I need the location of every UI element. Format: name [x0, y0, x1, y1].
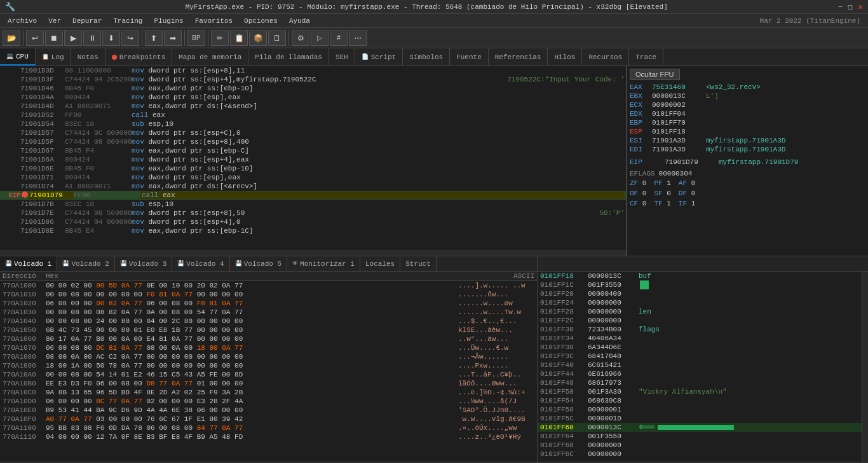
disasm-row[interactable]: 71901D57 C74424 0C 00000000 mov dword pt…: [0, 128, 626, 137]
dump-row[interactable]: 770A10D006 00 00 00 BC 77 0A 77 02 00 00…: [0, 397, 537, 406]
dump-tab-struct[interactable]: Struct: [400, 256, 437, 271]
dump-content[interactable]: 770A100000 00 02 00 90 5D 0A 77 0E 00 10…: [0, 281, 537, 462]
disasm-row[interactable]: 71901D7B 83EC 10 sub esp,10: [0, 200, 626, 209]
dump-row[interactable]: 770A10A000 00 08 00 54 14 01 E2 46 15 C5…: [0, 370, 537, 379]
minimize-button[interactable]: –: [838, 2, 843, 12]
disasm-row[interactable]: 71901D5F C74424 08 00040000 mov dword pt…: [0, 137, 626, 146]
stack-row[interactable]: 0101FF446E616966: [538, 370, 862, 378]
disasm-row[interactable]: 71901D52 FFD0 call eax: [0, 111, 626, 120]
disasm-panel[interactable]: 71901D3D 08 11000000 mov dword ptr ss:[e…: [0, 66, 626, 251]
dump-row[interactable]: 770A110095 BB 83 08 F6 0D DA 78 06 00 08…: [0, 424, 537, 432]
tab-script[interactable]: 📄 Script: [355, 48, 403, 66]
dump-row[interactable]: 770A10C09A 8B 13 65 96 5D BD 4F 8E 2D A2…: [0, 388, 537, 397]
dump-tab-5[interactable]: 💾 Volcado 5: [230, 256, 287, 271]
disasm-eip-row[interactable]: EIP 71901D79 FFD0 call eax: [0, 191, 626, 200]
tab-breakpoints[interactable]: Breakpoints: [105, 48, 173, 66]
step-back-btn[interactable]: ⬆: [145, 31, 163, 46]
tab-referencias[interactable]: Referencias: [489, 48, 548, 66]
dump-tab-2[interactable]: 💾 Volcado 2: [57, 256, 114, 271]
tab-fuente[interactable]: Fuente: [450, 48, 489, 66]
dump-tab-4[interactable]: 💾 Volcado 4: [172, 256, 229, 271]
disasm-row[interactable]: 71901D46 8B45 F0 mov eax,dword ptr ss:[e…: [0, 84, 626, 93]
stack-row[interactable]: 0101FF50001F3A30"Vickry Alfiansyah\n": [538, 387, 862, 396]
dump-tab-monitor1[interactable]: 👁 Monitorizar 1: [287, 256, 360, 271]
dump-row[interactable]: 770A108008 00 0A 00 AC C2 0A 77 00 00 00…: [0, 352, 537, 361]
stack-row[interactable]: 0101FF60 0000013C ⟸: [538, 423, 862, 432]
disasm-row[interactable]: 71901D7E C74424 08 50000000 mov dword pt…: [0, 209, 626, 218]
dump-row[interactable]: 770A10506B 4C 73 45 00 00 00 01 E0 E8 1B…: [0, 326, 537, 335]
dump-row[interactable]: 770A10F0A0 77 0A 77 03 00 00 00 76 6C 67…: [0, 415, 537, 424]
dump-row[interactable]: 770A103000 00 08 00 08 82 0A 77 0A 00 08…: [0, 308, 537, 317]
patch-btn[interactable]: ✏: [211, 31, 229, 46]
hash-btn[interactable]: #: [330, 31, 348, 46]
log-btn[interactable]: 🗒: [268, 31, 286, 46]
tab-cpu[interactable]: 💻 CPU: [0, 48, 36, 66]
maximize-button[interactable]: ◻: [848, 2, 853, 12]
run-btn[interactable]: ▶: [64, 31, 82, 46]
hide-fpu-button[interactable]: Ocultar FPU: [630, 69, 680, 80]
disasm-row[interactable]: 71901D6A 890424 mov dword ptr ss:[esp+4]…: [0, 155, 626, 164]
tab-log[interactable]: 📋 Log: [36, 48, 71, 66]
stack-row[interactable]: 0101FF2400000000: [538, 298, 862, 307]
disasm-row[interactable]: 71901D3D 08 11000000 mov dword ptr ss:[e…: [0, 66, 626, 75]
disasm-row[interactable]: 71901D71 890424 mov dword ptr ss:[esp],e…: [0, 173, 626, 182]
stack-row[interactable]: 0101FF2C00000000: [538, 316, 862, 325]
stack-row[interactable]: 0101FF5800000001: [538, 405, 862, 414]
dump-row[interactable]: 770A104000 00 08 00 24 00 80 00 04 00 2C…: [0, 317, 537, 326]
bp-btn[interactable]: BP: [187, 31, 205, 46]
disasm-row[interactable]: 71901D4D A1 B0829071 mov eax,dword ptr d…: [0, 102, 626, 111]
disasm-row[interactable]: 71901D8E 8B45 E4 mov eax,dword ptr ss:[e…: [0, 226, 626, 235]
step-into-btn[interactable]: ⬇: [102, 31, 120, 46]
disasm-row[interactable]: 71901D74 A1 B0829071 mov eax,dword ptr d…: [0, 182, 626, 191]
disasm-row[interactable]: 71901D86 C74424 04 00000000 mov dword pt…: [0, 218, 626, 226]
menu-tracing[interactable]: Tracing: [108, 16, 147, 26]
dump-row[interactable]: 770A109018 00 1A 00 50 78 0A 77 00 00 00…: [0, 361, 537, 370]
disasm-hscroll[interactable]: [0, 251, 626, 256]
stack-rows[interactable]: 0101FF180000013Cbuf 0101FF1C001F3550 010…: [538, 272, 862, 462]
close-button[interactable]: ✕: [858, 2, 863, 12]
stack-row[interactable]: 0101FF3072334B00flags: [538, 325, 862, 334]
settings-btn[interactable]: ⚙: [292, 31, 309, 46]
menu-archivo[interactable]: Archivo: [3, 16, 42, 26]
menu-ver[interactable]: Ver: [43, 16, 66, 26]
menu-opciones[interactable]: Opciones: [239, 16, 283, 26]
stack-row[interactable]: 0101FF4868617973: [538, 378, 862, 387]
menu-depurar[interactable]: Depurar: [67, 16, 107, 26]
step-over-btn[interactable]: ↪: [121, 31, 139, 46]
stack-row[interactable]: 0101FF3440406A34: [538, 334, 862, 343]
tab-trace[interactable]: Trace: [629, 48, 663, 66]
menu-ayuda[interactable]: Ayuda: [284, 16, 315, 26]
open-btn[interactable]: 📂: [3, 31, 20, 46]
dump-row[interactable]: 770A100000 00 02 00 90 5D 0A 77 0E 00 10…: [0, 281, 537, 290]
stack-row[interactable]: 0101FF6800000000: [538, 441, 862, 450]
restart-btn[interactable]: ↩: [26, 31, 44, 46]
tab-simbolos[interactable]: Símbolos: [403, 48, 450, 66]
dump-row[interactable]: 770A111004 00 00 00 12 7A 0F 8E B3 BF E8…: [0, 432, 537, 441]
tab-recursos[interactable]: Recursos: [582, 48, 629, 66]
menu-plugins[interactable]: Plugins: [149, 16, 188, 26]
stack-btn[interactable]: 📦: [249, 31, 267, 46]
tab-pila[interactable]: Pila de llamadas: [248, 48, 329, 66]
disasm-row[interactable]: 71901D4A 890424 mov dword ptr ss:[esp],e…: [0, 93, 626, 102]
stack-row[interactable]: 0101FF64001F3550: [538, 432, 862, 441]
stack-row[interactable]: 0101FF2800000000len: [538, 307, 862, 316]
step-fwd-btn[interactable]: ➡: [164, 31, 182, 46]
script-run-btn[interactable]: ▷: [311, 31, 329, 46]
disasm-row[interactable]: 71901D54 83EC 10 sub esp,10: [0, 120, 626, 128]
disasm-row[interactable]: 71901D6E 8B45 F0 mov eax,dword ptr ss:[e…: [0, 164, 626, 173]
tab-mapa[interactable]: Mapa de memoria: [172, 48, 248, 66]
stack-row[interactable]: 0101FF406C615421: [538, 361, 862, 370]
disasm-row[interactable]: 71901D3F C74424 04 2C529071 mov dword pt…: [0, 75, 626, 84]
dump-row[interactable]: 770A10B0EE E3 D3 F0 06 00 08 00 D8 77 0A…: [0, 379, 537, 388]
stack-row[interactable]: 0101FF54068639C8: [538, 396, 862, 405]
disasm-row[interactable]: 71901D67 8B45 F4 mov eax,dword ptr ss:[e…: [0, 146, 626, 155]
dump-row[interactable]: 770A106080 17 0A 77 B0 00 0A 00 E4 81 0A…: [0, 335, 537, 343]
dump-tab-locales[interactable]: Locales: [360, 256, 400, 271]
stack-row[interactable]: 0101FF180000013Cbuf: [538, 272, 862, 280]
stack-row[interactable]: 0101FF2000000400: [538, 289, 862, 298]
dump-row[interactable]: 770A101000 00 08 00 00 00 00 00 F0 81 0A…: [0, 290, 537, 299]
menu-favoritos[interactable]: Favoritos: [190, 16, 238, 26]
stack-vscroll[interactable]: [862, 272, 868, 462]
dump-row[interactable]: 770A107006 00 08 00 DC 81 0A 77 08 00 0A…: [0, 343, 537, 352]
dump-tab-1[interactable]: 💾 Volcado 1: [0, 256, 57, 271]
